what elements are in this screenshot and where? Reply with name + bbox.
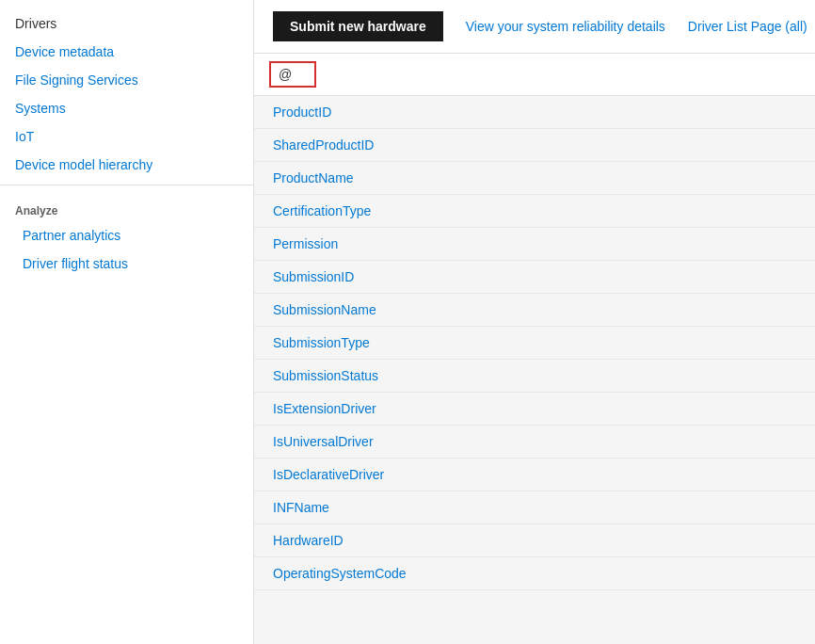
list-item-inf-name[interactable]: INFName [254, 491, 815, 524]
main-content: Submit new hardware View your system rel… [254, 0, 815, 644]
driver-list-link[interactable]: Driver List Page (all) [688, 19, 807, 34]
list-item-submission-type[interactable]: SubmissionType [254, 327, 815, 360]
list-item-operating-system-code[interactable]: OperatingSystemCode [254, 557, 815, 590]
reliability-details-link[interactable]: View your system reliability details [466, 19, 665, 34]
content-area: @ ProductIDSharedProductIDProductNameCer… [254, 54, 815, 644]
analyze-section-label: Analyze [0, 191, 253, 221]
list-item-is-declarative-driver[interactable]: IsDeclarativeDriver [254, 459, 815, 491]
list-item-product-name[interactable]: ProductName [254, 162, 815, 195]
list-container: ProductIDSharedProductIDProductNameCerti… [254, 96, 815, 590]
list-item-shared-product-id[interactable]: SharedProductID [254, 129, 815, 162]
list-item-certification-type[interactable]: CertificationType [254, 195, 815, 228]
sidebar-item-partner-analytics[interactable]: Partner analytics [0, 221, 253, 250]
list-item-is-universal-driver[interactable]: IsUniversalDriver [254, 426, 815, 459]
list-item-submission-name[interactable]: SubmissionName [254, 294, 815, 327]
sidebar-item-iot[interactable]: IoT [0, 122, 253, 151]
sidebar-item-drivers[interactable]: Drivers [0, 9, 253, 38]
list-item-product-id[interactable]: ProductID [254, 96, 815, 129]
list-item-is-extension-driver[interactable]: IsExtensionDriver [254, 393, 815, 426]
search-row: @ [254, 54, 815, 96]
search-box[interactable]: @ [269, 61, 316, 88]
submit-new-hardware-button[interactable]: Submit new hardware [273, 11, 443, 41]
sidebar-divider [0, 185, 253, 185]
sidebar-item-driver-flight[interactable]: Driver flight status [0, 250, 253, 278]
sidebar-item-device-model[interactable]: Device model hierarchy [0, 151, 253, 179]
sidebar-item-file-signing[interactable]: File Signing Services [0, 66, 253, 94]
sidebar-item-device-metadata[interactable]: Device metadata [0, 38, 253, 66]
list-item-submission-id[interactable]: SubmissionID [254, 261, 815, 294]
sidebar: Drivers Device metadata File Signing Ser… [0, 0, 254, 644]
list-item-permission[interactable]: Permission [254, 228, 815, 261]
list-item-submission-status[interactable]: SubmissionStatus [254, 360, 815, 393]
topbar: Submit new hardware View your system rel… [254, 0, 815, 54]
at-icon: @ [279, 67, 292, 82]
list-item-hardware-id[interactable]: HardwareID [254, 524, 815, 557]
sidebar-item-systems[interactable]: Systems [0, 94, 253, 122]
